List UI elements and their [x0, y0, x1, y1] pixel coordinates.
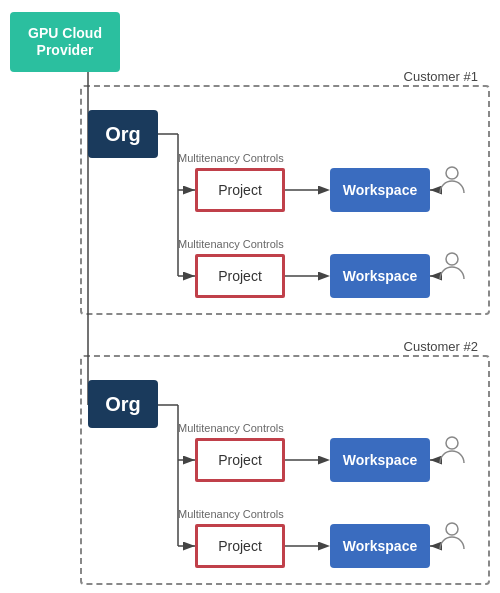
c2r2-project-box: Project	[195, 524, 285, 568]
c1r1-person-icon	[438, 165, 466, 197]
svg-point-0	[446, 167, 458, 179]
c2r2-workspace-box: Workspace	[330, 524, 430, 568]
c2r2-project-label: Project	[218, 538, 262, 554]
c2r1-workspace-label: Workspace	[343, 452, 417, 468]
gpu-provider-box: GPU Cloud Provider	[10, 12, 120, 72]
c1r2-project-label: Project	[218, 268, 262, 284]
org-1-box: Org	[88, 110, 158, 158]
c2r2-multitenancy-label: Multitenancy Controls	[178, 508, 284, 520]
svg-point-3	[446, 523, 458, 535]
c1r2-person-icon	[438, 251, 466, 283]
gpu-provider-label: GPU Cloud Provider	[28, 25, 102, 59]
org-2-label: Org	[105, 393, 141, 416]
c1r2-project-box: Project	[195, 254, 285, 298]
c2r1-person-icon	[438, 435, 466, 467]
c1r1-workspace-label: Workspace	[343, 182, 417, 198]
diagram: GPU Cloud Provider Customer #1 Customer …	[0, 0, 500, 593]
c1r1-project-label: Project	[218, 182, 262, 198]
c1r2-multitenancy-label: Multitenancy Controls	[178, 238, 284, 250]
org-2-box: Org	[88, 380, 158, 428]
c2r2-person-icon	[438, 521, 466, 553]
c1r2-workspace-label: Workspace	[343, 268, 417, 284]
c2r2-workspace-label: Workspace	[343, 538, 417, 554]
c2r1-workspace-box: Workspace	[330, 438, 430, 482]
customer-1-label: Customer #1	[404, 69, 478, 84]
c2r1-project-box: Project	[195, 438, 285, 482]
svg-point-1	[446, 253, 458, 265]
c2r1-project-label: Project	[218, 452, 262, 468]
svg-point-2	[446, 437, 458, 449]
c1r1-workspace-box: Workspace	[330, 168, 430, 212]
c1r1-project-box: Project	[195, 168, 285, 212]
customer-2-label: Customer #2	[404, 339, 478, 354]
c1r1-multitenancy-label: Multitenancy Controls	[178, 152, 284, 164]
org-1-label: Org	[105, 123, 141, 146]
c1r2-workspace-box: Workspace	[330, 254, 430, 298]
c2r1-multitenancy-label: Multitenancy Controls	[178, 422, 284, 434]
